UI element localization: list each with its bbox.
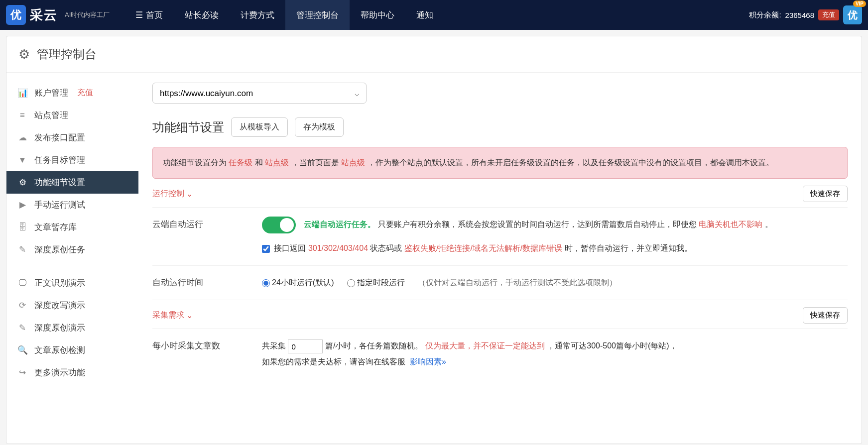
- list-icon: ☰: [135, 10, 143, 20]
- factors-link[interactable]: 影响因素»: [410, 357, 446, 366]
- share-icon: ↪: [17, 367, 27, 378]
- logo[interactable]: 优 采云 AI时代内容工厂: [6, 5, 110, 25]
- nav-mustread[interactable]: 站长必读: [174, 0, 230, 30]
- sidebar-item-deep-original[interactable]: ✎深度原创任务: [6, 238, 138, 261]
- edit-icon: ✎: [17, 323, 27, 333]
- sidebar-item-task-target[interactable]: ▼任务目标管理: [6, 149, 138, 171]
- sidebar-item-site[interactable]: ≡站点管理: [6, 104, 138, 126]
- cogs-icon: ⚙: [17, 177, 27, 188]
- sidebar-item-publish[interactable]: ☁发布接口配置: [6, 126, 138, 149]
- avatar-wrap[interactable]: VIP 优: [843, 5, 862, 24]
- label-autorun-time: 自动运行时间: [152, 275, 262, 291]
- articles-per-hour-input[interactable]: [288, 339, 323, 353]
- logo-text: 采云: [30, 6, 58, 24]
- sidebar-item-manual-run[interactable]: ▶手动运行测试: [6, 194, 138, 216]
- sidebar-item-demo-original[interactable]: ✎深度原创演示: [6, 317, 138, 339]
- database-icon: 🗄: [17, 222, 27, 232]
- list-icon: ≡: [17, 111, 27, 120]
- logo-icon: 优: [6, 5, 26, 25]
- nav-billing[interactable]: 计费方式: [230, 0, 285, 30]
- nav-menu: ☰首页 站长必读 计费方式 管理控制台 帮助中心 通知: [124, 0, 444, 30]
- info-alert: 功能细节设置分为 任务级 和 站点级 ，当前页面是 站点级 ，作为整个站点的默认…: [152, 147, 848, 179]
- sidebar-item-settings[interactable]: ⚙功能细节设置: [6, 171, 138, 194]
- refresh-icon: ⟳: [17, 300, 27, 311]
- group-runcontrol-header: 运行控制⌄ 快速保存: [152, 179, 848, 208]
- group-collect-header: 采集需求⌄ 快速保存: [152, 300, 848, 329]
- radio-period-label[interactable]: 指定时段运行: [347, 278, 405, 287]
- sidebar-item-article-store[interactable]: 🗄文章暂存库: [6, 216, 138, 238]
- sidebar-item-demo-rewrite[interactable]: ⟳深度改写演示: [6, 294, 138, 317]
- avatar: 优: [843, 5, 862, 24]
- page-header: ⚙ 管理控制台: [6, 36, 862, 73]
- runtime-hint: （仅针对云端自动运行，手动运行测试不受此选项限制）: [418, 278, 617, 287]
- quick-save-button[interactable]: 快速保存: [803, 186, 848, 202]
- import-template-button[interactable]: 从模板导入: [231, 117, 288, 137]
- chevron-down-icon: ⌄: [186, 189, 193, 199]
- sidebar-item-demo-detect[interactable]: 🔍文章原创检测: [6, 339, 138, 361]
- chart-icon: 📊: [17, 88, 27, 98]
- top-navbar: 优 采云 AI时代内容工厂 ☰首页 站长必读 计费方式 管理控制台 帮助中心 通…: [0, 0, 868, 30]
- autorun-desc-green: 云端自动运行任务。: [304, 221, 375, 229]
- vip-badge: VIP: [853, 0, 866, 7]
- row-cloud-autorun: 云端自动运行 云端自动运行任务。 只要账户有积分余额，系统会按您设置的时间自动运…: [152, 208, 848, 266]
- row-autorun-time: 自动运行时间 24小时运行(默认) 指定时段运行 （仅针对云端自动运行，手动运行…: [152, 266, 848, 300]
- page-title: 管理控制台: [37, 46, 97, 62]
- chevron-down-icon: ⌄: [186, 311, 193, 320]
- nav-notice[interactable]: 通知: [405, 0, 444, 30]
- radio-period[interactable]: [347, 279, 355, 287]
- filter-icon: ▼: [17, 155, 27, 165]
- play-icon: ▶: [17, 200, 27, 210]
- monitor-icon: 🖵: [17, 278, 27, 288]
- nav-home[interactable]: ☰首页: [124, 0, 174, 30]
- radio-24h-label[interactable]: 24小时运行(默认): [262, 278, 334, 287]
- label-cloud-autorun: 云端自动运行: [152, 217, 262, 256]
- points-value: 2365468: [785, 11, 814, 19]
- gear-icon: ⚙: [18, 47, 30, 62]
- recharge-badge: 充值: [77, 88, 93, 98]
- page-container: ⚙ 管理控制台 📊账户管理充值 ≡站点管理 ☁发布接口配置 ▼任务目标管理 ⚙功…: [6, 36, 862, 444]
- points-label: 积分余额:: [749, 10, 781, 20]
- main-content: https://www.ucaiyun.com 功能细节设置 从模板导入 存为模…: [138, 73, 862, 399]
- group-runcontrol-toggle[interactable]: 运行控制⌄: [152, 189, 193, 199]
- edit-icon: ✎: [17, 244, 27, 255]
- site-url-select[interactable]: https://www.ucaiyun.com: [152, 83, 367, 104]
- logo-subtitle: AI时代内容工厂: [65, 10, 110, 19]
- group-collect-toggle[interactable]: 采集需求⌄: [152, 310, 193, 321]
- radio-24h[interactable]: [262, 279, 270, 287]
- cloud-autorun-toggle[interactable]: [262, 217, 296, 233]
- sidebar-item-demo-more[interactable]: ↪更多演示功能: [6, 361, 138, 384]
- sidebar: 📊账户管理充值 ≡站点管理 ☁发布接口配置 ▼任务目标管理 ⚙功能细节设置 ▶手…: [6, 73, 138, 399]
- pause-on-error-checkbox[interactable]: [262, 245, 270, 253]
- recharge-button[interactable]: 充值: [818, 9, 839, 20]
- label-articles-per-hour: 每小时采集文章数: [152, 338, 262, 370]
- search-icon: 🔍: [17, 345, 27, 355]
- sidebar-item-demo-textrec[interactable]: 🖵正文识别演示: [6, 272, 138, 294]
- save-template-button[interactable]: 存为模板: [295, 117, 344, 137]
- section-title: 功能细节设置: [152, 119, 224, 135]
- nav-help[interactable]: 帮助中心: [350, 0, 405, 30]
- quick-save-button-2[interactable]: 快速保存: [803, 307, 848, 324]
- nav-right: 积分余额: 2365468 充值 VIP 优: [749, 5, 862, 24]
- row-articles-per-hour: 每小时采集文章数 共采集 篇/小时，各任务篇数随机。 仅为最大量，并不保证一定能…: [152, 329, 848, 379]
- nav-console[interactable]: 管理控制台: [285, 0, 350, 30]
- cloud-upload-icon: ☁: [17, 132, 27, 143]
- sidebar-item-account[interactable]: 📊账户管理充值: [6, 82, 138, 104]
